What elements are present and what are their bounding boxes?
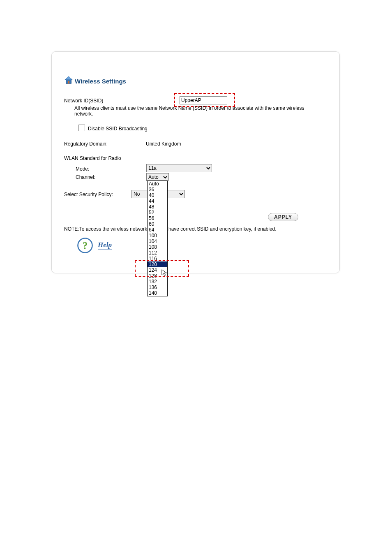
ssid-input[interactable] — [180, 96, 227, 104]
channel-option[interactable]: 36 — [148, 187, 167, 192]
channel-option[interactable]: 48 — [148, 204, 167, 210]
svg-marker-2 — [65, 76, 72, 79]
channel-option[interactable]: 104 — [148, 238, 167, 244]
settings-panel: Wireless Settings Network ID(SSID) All w… — [51, 51, 340, 273]
channel-option[interactable]: 108 — [148, 244, 167, 250]
ssid-hint: All wireless clients must use the same N… — [74, 105, 309, 117]
channel-option[interactable]: 44 — [148, 198, 167, 204]
ssid-label: Network ID(SSID) — [64, 98, 103, 104]
home-icon — [64, 76, 73, 85]
channel-option[interactable]: 112 — [148, 250, 167, 256]
security-label: Select Security Policy: — [64, 192, 113, 197]
regulatory-value: United Kingdom — [146, 141, 181, 147]
mode-label: Mode: — [76, 166, 89, 172]
channel-option[interactable]: 136 — [148, 284, 167, 290]
apply-button[interactable]: APPLY — [268, 213, 298, 221]
channel-option[interactable]: 100 — [148, 233, 167, 238]
mode-select[interactable]: 11a — [146, 164, 212, 172]
channel-option[interactable]: 132 — [148, 279, 167, 284]
note-prefix: NOTE:To access the wireless network, — [64, 226, 148, 232]
channel-select[interactable]: Auto — [146, 173, 169, 181]
regulatory-label: Regulatory Domain: — [64, 141, 108, 147]
page-title-row: Wireless Settings — [64, 76, 126, 85]
channel-option[interactable]: 52 — [148, 210, 167, 215]
disable-ssid-label: Disable SSID Broadcasting — [88, 126, 148, 132]
disable-ssid-checkbox[interactable] — [78, 125, 85, 131]
help-icon: ? — [76, 237, 94, 254]
help-link[interactable]: ? Help — [76, 237, 112, 254]
channel-option[interactable]: Auto — [148, 181, 167, 187]
channel-option[interactable]: 128 — [148, 273, 167, 279]
channel-label: Channel: — [76, 174, 95, 180]
channel-option[interactable]: 60 — [148, 221, 167, 227]
help-label: Help — [98, 241, 112, 250]
channel-option[interactable]: 124 — [148, 267, 167, 273]
channel-option[interactable]: 116 — [148, 256, 167, 261]
channel-option[interactable]: 40 — [148, 192, 167, 198]
svg-rect-1 — [68, 81, 69, 83]
channel-option-selected[interactable]: 120 — [148, 261, 167, 267]
channel-option[interactable]: 56 — [148, 215, 167, 221]
channel-option[interactable]: 64 — [148, 227, 167, 233]
channel-dropdown-list[interactable]: Auto 36 40 44 48 52 56 60 64 100 104 108… — [147, 180, 168, 296]
channel-option[interactable]: 140 — [148, 290, 167, 296]
page-title: Wireless Settings — [75, 78, 126, 85]
wlan-std-label: WLAN Standard for Radio — [64, 155, 121, 161]
svg-text:?: ? — [83, 240, 88, 251]
note-suffix: have correct SSID and encryption key, if… — [168, 226, 277, 232]
